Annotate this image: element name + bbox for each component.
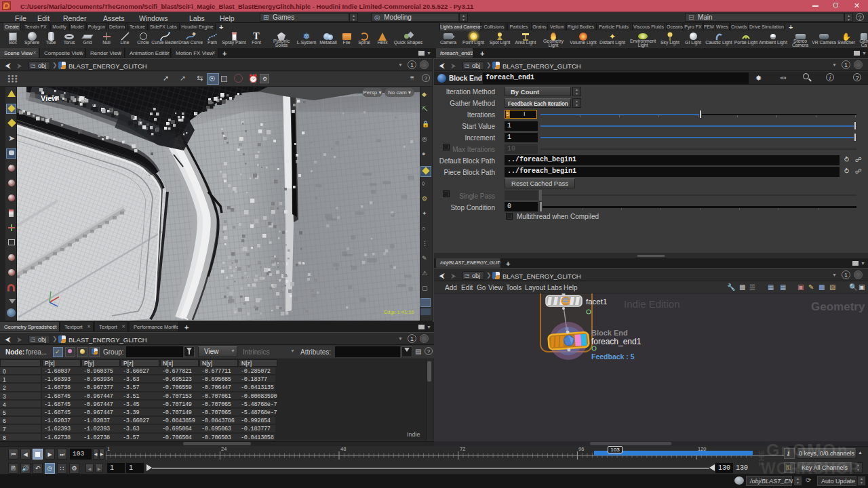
svg-text:Block End: Block End: [591, 329, 628, 337]
svg-text:24: 24: [221, 446, 226, 452]
svg-text:48: 48: [340, 446, 346, 452]
svg-text:96: 96: [578, 446, 584, 452]
svg-text:72: 72: [460, 446, 465, 452]
svg-text:facet1: facet1: [586, 298, 607, 306]
svg-text:foreach_end1: foreach_end1: [591, 337, 642, 346]
svg-text:Feedback : 5: Feedback : 5: [591, 352, 635, 361]
svg-text:1: 1: [107, 446, 110, 452]
